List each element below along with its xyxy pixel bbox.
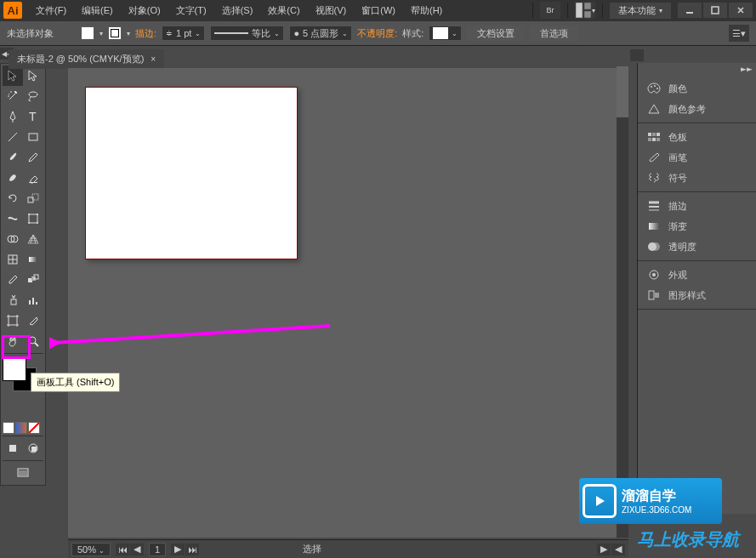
width-tool[interactable]: [3, 208, 23, 229]
panel-symbols[interactable]: 符号: [638, 168, 756, 188]
symbol-sprayer-tool[interactable]: [3, 290, 23, 310]
svg-rect-32: [9, 445, 16, 452]
preferences-button[interactable]: 首选项: [530, 26, 578, 42]
bridge-button[interactable]: Br: [540, 2, 560, 19]
menu-window[interactable]: 窗口(W): [355, 2, 402, 20]
artboard-tool[interactable]: [3, 310, 23, 331]
draw-mode-behind[interactable]: [23, 438, 43, 458]
blob-brush-tool[interactable]: [3, 168, 23, 188]
svg-line-37: [54, 326, 330, 343]
panel-gradient[interactable]: 渐变: [638, 216, 756, 236]
screen-mode-button[interactable]: [3, 463, 43, 483]
opacity-label[interactable]: 不透明度:: [357, 27, 397, 40]
menu-edit[interactable]: 编辑(E): [75, 2, 120, 20]
menu-object[interactable]: 对象(O): [122, 2, 168, 20]
last-artboard-button[interactable]: ⏭: [185, 544, 199, 555]
color-mode-none[interactable]: [28, 422, 40, 434]
shape-builder-tool[interactable]: [3, 229, 23, 249]
draw-mode-normal[interactable]: [3, 438, 23, 458]
svg-rect-9: [29, 134, 37, 140]
expand-panels-icon[interactable]: ▸▸: [741, 65, 753, 73]
hscroll-left-button[interactable]: ◀: [611, 544, 625, 555]
svg-rect-10: [29, 182, 37, 183]
options-bar: 未选择对象 ▾ ▾ 描边: ≑1 pt⌄ 等比⌄ ●5 点圆形⌄ 不透明度: 样…: [0, 20, 756, 46]
tool-separator: [3, 460, 43, 461]
panel-swatches[interactable]: 色板: [638, 127, 756, 147]
color-mode-solid[interactable]: [3, 422, 14, 434]
fill-swatch[interactable]: [81, 26, 94, 40]
document-setup-button[interactable]: 文档设置: [467, 26, 525, 42]
panel-color-guide[interactable]: 颜色参考: [638, 99, 756, 119]
menu-select[interactable]: 选择(S): [215, 2, 260, 20]
stroke-swatch[interactable]: [108, 26, 122, 40]
panel-graphic-styles[interactable]: 图形样式: [638, 285, 756, 305]
maximize-button[interactable]: [703, 3, 727, 18]
style-field[interactable]: ⌄: [429, 26, 462, 41]
svg-rect-36: [19, 470, 27, 475]
stroke-profile-field[interactable]: 等比⌄: [210, 26, 284, 41]
pen-tool[interactable]: [3, 106, 23, 127]
panel-stroke[interactable]: 描边: [638, 196, 756, 216]
artboard[interactable]: [85, 87, 298, 259]
color-mode-row: [3, 422, 43, 434]
document-tab[interactable]: 未标题-2 @ 50% (CMYK/预览) ×: [9, 49, 164, 69]
play-icon: [583, 484, 617, 518]
panel-color[interactable]: 颜色: [638, 78, 756, 99]
magic-wand-tool[interactable]: [3, 86, 23, 106]
panel-appearance[interactable]: 外观: [638, 265, 756, 285]
svg-point-14: [28, 214, 30, 215]
menu-view[interactable]: 视图(V): [309, 2, 354, 20]
blend-tool[interactable]: [23, 270, 43, 290]
fill-color-swatch[interactable]: [3, 357, 26, 381]
line-tool[interactable]: [3, 127, 23, 147]
brush-definition-field[interactable]: ●5 点圆形⌄: [289, 26, 352, 41]
workspace-switcher[interactable]: 基本功能 ▾: [610, 3, 671, 19]
color-mode-gradient[interactable]: [15, 422, 27, 434]
panel-brushes[interactable]: 画笔: [638, 147, 756, 168]
stroke-weight-field[interactable]: ≑1 pt⌄: [162, 26, 205, 41]
arrange-docs-button[interactable]: ▾: [575, 2, 595, 19]
rectangle-tool[interactable]: [23, 127, 43, 147]
canvas-area[interactable]: [68, 68, 625, 538]
close-tab-icon[interactable]: ×: [151, 54, 156, 64]
rotate-tool[interactable]: [3, 188, 23, 208]
free-transform-tool[interactable]: [23, 208, 43, 229]
options-menu-button[interactable]: ☰▾: [729, 25, 749, 42]
paintbrush-tool[interactable]: [3, 147, 23, 168]
svg-point-40: [657, 88, 658, 89]
zoom-level-field[interactable]: 50% ⌄: [71, 543, 111, 556]
svg-rect-28: [36, 302, 37, 305]
scale-tool[interactable]: [23, 188, 43, 208]
status-menu-button[interactable]: ▶: [597, 544, 611, 555]
eraser-tool[interactable]: [23, 168, 43, 188]
panel-transparency[interactable]: 透明度: [638, 236, 756, 257]
menu-type[interactable]: 文字(T): [169, 2, 213, 20]
pencil-tool[interactable]: [23, 147, 43, 168]
prev-artboard-button[interactable]: ◀: [130, 544, 144, 555]
lasso-tool[interactable]: [23, 86, 43, 106]
column-graph-tool[interactable]: [23, 290, 43, 310]
slice-tool[interactable]: [23, 310, 43, 331]
menu-file[interactable]: 文件(F): [29, 2, 73, 20]
menu-help[interactable]: 帮助(H): [404, 2, 449, 20]
next-artboard-button[interactable]: ▶: [171, 544, 185, 555]
menu-effect[interactable]: 效果(C): [261, 2, 306, 20]
tool-separator: [3, 436, 43, 436]
eyedropper-tool[interactable]: [3, 270, 23, 290]
close-button[interactable]: [729, 3, 753, 18]
graphic-styles-icon: [646, 288, 662, 302]
app-logo[interactable]: Ai: [3, 2, 22, 19]
mesh-tool[interactable]: [3, 249, 23, 270]
svg-rect-0: [576, 3, 583, 18]
rightpanel-collapse-button[interactable]: [630, 49, 644, 61]
svg-line-8: [9, 133, 17, 141]
gradient-tool[interactable]: [23, 249, 43, 270]
svg-point-52: [651, 242, 660, 251]
type-tool[interactable]: T: [23, 106, 43, 127]
perspective-grid-tool[interactable]: [23, 229, 43, 249]
artboard-number-field[interactable]: 1: [149, 543, 166, 556]
minimize-button[interactable]: [678, 3, 702, 18]
scrollbar-thumb[interactable]: [617, 66, 628, 117]
first-artboard-button[interactable]: ⏮: [116, 544, 129, 555]
vertical-scrollbar[interactable]: [617, 66, 628, 538]
